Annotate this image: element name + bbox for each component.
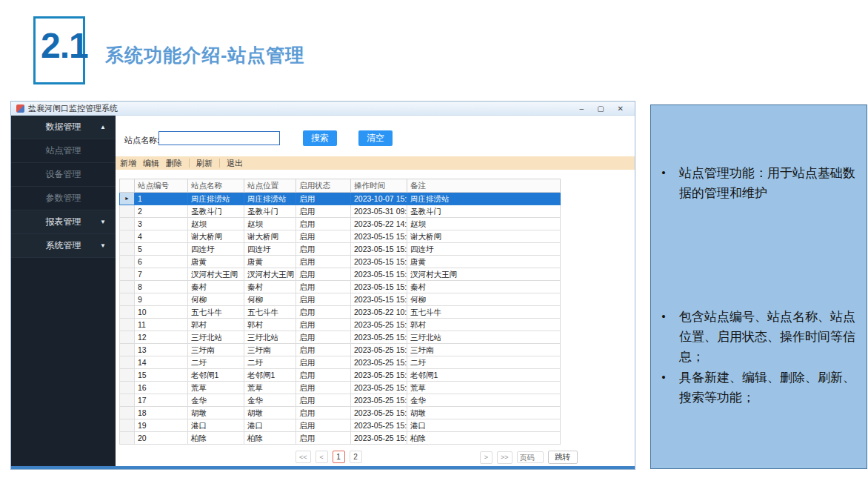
table-cell: 启用 xyxy=(296,205,351,218)
column-header-enable-status[interactable]: 启用状态 xyxy=(296,179,351,193)
table-row[interactable]: 18胡墩胡墩启用2023-05-25 15:44:38胡墩 xyxy=(120,407,561,419)
note-text: 包含站点编号、站点名称、站点位置、启用状态、操作时间等信息； xyxy=(679,307,861,367)
notes-panel: • 站点管理功能：用于站点基础数据的管理和维护 • 包含站点编号、站点名称、站点… xyxy=(650,104,867,469)
table-row[interactable]: 3赵坝赵坝启用2023-05-22 14:32:02赵坝 xyxy=(120,218,561,230)
table-cell: 三圩北站 xyxy=(244,331,296,344)
app-icon xyxy=(16,104,24,113)
column-header-site-name[interactable]: 站点名称 xyxy=(188,179,244,193)
column-header-remark[interactable]: 备注 xyxy=(407,179,561,193)
table-cell: 启用 xyxy=(296,306,351,319)
delete-button[interactable]: 删除 xyxy=(166,158,182,169)
site-name-input[interactable] xyxy=(158,131,280,145)
add-button[interactable]: 新增 xyxy=(120,158,136,169)
table-row[interactable]: 8秦村秦村启用2023-05-15 15:55:32秦村 xyxy=(120,281,561,293)
maximize-icon[interactable]: ▢ xyxy=(597,104,604,113)
row-selector-cell[interactable] xyxy=(120,319,135,331)
table-cell: 秦村 xyxy=(407,281,561,293)
table-cell: 港口 xyxy=(244,419,296,432)
sidebar-item-device-management[interactable]: 设备管理 xyxy=(11,163,116,187)
next-page-button[interactable]: > xyxy=(480,451,493,464)
row-selector-cell[interactable] xyxy=(120,306,135,319)
table-cell: 谢大桥闸 xyxy=(244,230,296,243)
table-cell: 金华 xyxy=(188,394,244,407)
table-row[interactable]: 16荒草荒草启用2023-05-25 15:44:38荒草 xyxy=(120,382,561,394)
minimize-icon[interactable]: – xyxy=(580,104,584,113)
row-selector-cell[interactable] xyxy=(120,281,135,293)
note-bullet: • 站点管理功能：用于站点基础数据的管理和维护 xyxy=(661,163,861,203)
close-icon[interactable]: ✕ xyxy=(618,104,624,113)
table-row[interactable]: 13三圩南三圩南启用2023-05-25 15:44:38三圩南 xyxy=(120,344,561,356)
table-row[interactable]: 20柏除柏除启用2023-05-25 15:44:38柏除 xyxy=(120,432,561,445)
column-header-site-id[interactable]: 站点编号 xyxy=(135,179,188,193)
table-row[interactable]: 2圣教斗门圣教斗门启用2023-05-31 09:35:10圣教斗门 xyxy=(120,205,561,218)
table-row[interactable]: 17金华金华启用2023-05-25 15:44:38金华 xyxy=(120,394,561,407)
row-selector-header xyxy=(120,179,135,193)
table-header-row: 站点编号 站点名称 站点位置 启用状态 操作时间 备注 xyxy=(120,179,561,193)
jump-button[interactable]: 跳转 xyxy=(548,451,578,464)
table-cell: 启用 xyxy=(296,344,351,356)
table-cell: 13 xyxy=(135,344,188,356)
row-selector-cell[interactable] xyxy=(120,293,135,306)
row-selector-cell[interactable] xyxy=(120,394,135,407)
page-number-input[interactable] xyxy=(517,451,544,463)
section-number: 2.1 xyxy=(41,25,88,66)
sidebar-item-parameter-management[interactable]: 参数管理 xyxy=(11,187,116,210)
table-cell: 四连圩 xyxy=(244,243,296,256)
table-cell: 胡墩 xyxy=(407,407,561,419)
table-row[interactable]: 9何柳何柳启用2023-05-15 15:55:55何柳 xyxy=(120,293,561,306)
row-selector-cell[interactable] xyxy=(120,356,135,369)
table-cell: 启用 xyxy=(296,230,351,243)
table-cell: 16 xyxy=(135,382,188,394)
edit-button[interactable]: 编辑 xyxy=(143,158,159,169)
table-row[interactable]: 15老邻闸1老邻闸1启用2023-05-25 15:44:38老邻闸1 xyxy=(120,369,561,382)
table-row[interactable]: 4谢大桥闸谢大桥闸启用2023-05-15 15:54:47谢大桥闸 xyxy=(120,230,561,243)
refresh-button[interactable]: 刷新 xyxy=(196,158,213,169)
row-selector-cell[interactable] xyxy=(120,432,135,445)
table-cell: 2023-05-25 15:44:38 xyxy=(351,419,407,432)
table-row[interactable]: 14二圩二圩启用2023-05-25 15:44:38二圩 xyxy=(120,356,561,369)
table-row[interactable]: 10五七斗牛五七斗牛启用2023-05-22 10:45:28五七斗牛 xyxy=(120,306,561,319)
row-selector-cell[interactable] xyxy=(120,419,135,432)
row-selector-cell[interactable] xyxy=(120,344,135,356)
table-row[interactable]: ►1周庄排涝站周庄排涝站启用2023-10-07 15:02:02周庄排涝站 xyxy=(120,193,561,205)
search-button[interactable]: 搜索 xyxy=(303,130,337,146)
sidebar-item-site-management[interactable]: 站点管理 xyxy=(11,139,116,163)
row-selector-cell[interactable] xyxy=(120,230,135,243)
row-selector-cell[interactable] xyxy=(120,407,135,419)
page-button-2[interactable]: 2 xyxy=(350,451,362,463)
table-row[interactable]: 11郭村郭村启用2023-05-25 15:44:38郭村 xyxy=(120,319,561,331)
clear-button[interactable]: 清空 xyxy=(358,130,393,146)
table-row[interactable]: 19港口港口启用2023-05-25 15:44:38港口 xyxy=(120,419,561,432)
last-page-button[interactable]: >> xyxy=(497,451,513,464)
sidebar-item-system-management[interactable]: 系统管理 ▼ xyxy=(11,234,116,258)
table-cell: 谢大桥闸 xyxy=(188,230,244,243)
row-selector-cell[interactable] xyxy=(120,256,135,268)
table-row[interactable]: 7汊河村大王闸汊河村大王闸启用2023-05-15 15:55:21汊河村大王闸 xyxy=(120,268,561,281)
table-cell: 19 xyxy=(135,419,188,432)
row-selector-cell[interactable] xyxy=(120,382,135,394)
exit-button[interactable]: 退出 xyxy=(227,158,243,169)
row-selector-cell[interactable] xyxy=(120,205,135,218)
column-header-operation-time[interactable]: 操作时间 xyxy=(351,179,407,193)
table-cell: 2023-05-22 10:45:28 xyxy=(351,306,407,319)
sidebar: 数据管理 ▲ 站点管理 设备管理 参数管理 报表管理 ▼ 系统管理 ▼ xyxy=(11,116,116,466)
table-row[interactable]: 5四连圩四连圩启用2023-05-15 15:55:00四连圩 xyxy=(120,243,561,256)
first-page-button[interactable]: << xyxy=(296,451,311,463)
table-cell: 三圩北站 xyxy=(407,331,561,344)
table-row[interactable]: 6唐黄唐黄启用2023-05-15 15:55:12唐黄 xyxy=(120,256,561,268)
row-selector-cell[interactable] xyxy=(120,331,135,344)
row-selector-cell[interactable] xyxy=(120,243,135,256)
table-cell: 5 xyxy=(135,243,188,256)
table-cell: 启用 xyxy=(296,419,351,432)
row-selector-cell[interactable] xyxy=(120,369,135,382)
table-row[interactable]: 12三圩北站三圩北站启用2023-05-25 15:44:38三圩北站 xyxy=(120,331,561,344)
row-selector-cell[interactable] xyxy=(120,218,135,230)
table-cell: 2023-10-07 15:02:02 xyxy=(351,193,407,205)
sidebar-item-data-management[interactable]: 数据管理 ▲ xyxy=(11,116,116,139)
sidebar-item-report-management[interactable]: 报表管理 ▼ xyxy=(11,210,116,234)
page-button-1[interactable]: 1 xyxy=(333,451,345,463)
row-selector-cell[interactable]: ► xyxy=(120,193,135,205)
prev-page-button[interactable]: < xyxy=(316,451,328,463)
row-selector-cell[interactable] xyxy=(120,268,135,281)
column-header-site-location[interactable]: 站点位置 xyxy=(244,179,296,193)
